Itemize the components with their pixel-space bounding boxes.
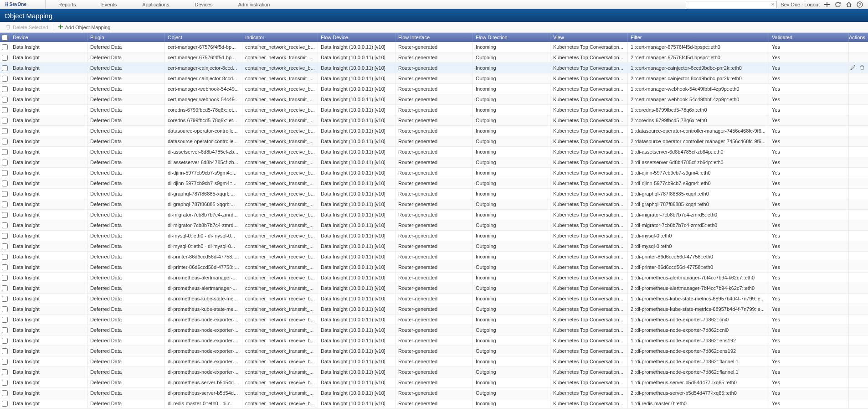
- brand-logo[interactable]: SevOne: [0, 0, 46, 9]
- delete-icon[interactable]: [859, 64, 865, 72]
- row-checkbox[interactable]: [2, 369, 8, 375]
- table-row[interactable]: Data InsightDeferred Datadi-djinn-5977cb…: [0, 178, 868, 189]
- row-checkbox[interactable]: [2, 76, 8, 82]
- table-row[interactable]: Data InsightDeferred Datadi-graphql-787f…: [0, 189, 868, 199]
- help-icon[interactable]: ?: [856, 1, 863, 8]
- row-checkbox[interactable]: [2, 86, 8, 92]
- table-row[interactable]: Data InsightDeferred Datadi-prometheus-n…: [0, 367, 868, 377]
- table-row[interactable]: Data InsightDeferred Datacert-manager-ca…: [0, 73, 868, 84]
- row-checkbox[interactable]: [2, 212, 8, 218]
- header-plugin[interactable]: Plugin: [87, 33, 165, 42]
- table-row[interactable]: Data InsightDeferred Datacert-manager-we…: [0, 94, 868, 105]
- username-link[interactable]: Sev One: [781, 2, 800, 7]
- header-filter[interactable]: Filter: [628, 33, 769, 42]
- row-checkbox[interactable]: [2, 306, 8, 312]
- row-checkbox[interactable]: [2, 181, 8, 186]
- menu-events[interactable]: Events: [89, 0, 130, 9]
- header-object[interactable]: Object: [165, 33, 242, 42]
- refresh-icon[interactable]: [834, 1, 842, 8]
- table-row[interactable]: Data InsightDeferred Datacert-manager-we…: [0, 84, 868, 94]
- table-row[interactable]: Data InsightDeferred Datadi-assetserver-…: [0, 147, 868, 157]
- row-checkbox[interactable]: [2, 390, 8, 396]
- row-checkbox[interactable]: [2, 348, 8, 354]
- row-checkbox[interactable]: [2, 264, 8, 270]
- table-row[interactable]: Data InsightDeferred Datadi-migrator-7cb…: [0, 220, 868, 231]
- clear-search-icon[interactable]: ✕: [771, 2, 775, 7]
- table-row[interactable]: Data InsightDeferred Datadatasource-oper…: [0, 126, 868, 136]
- table-row[interactable]: Data InsightDeferred Datadi-prometheus-n…: [0, 346, 868, 356]
- logout-link[interactable]: Logout: [804, 2, 820, 7]
- row-checkbox[interactable]: [2, 65, 8, 71]
- row-checkbox[interactable]: [2, 160, 8, 165]
- row-checkbox[interactable]: [2, 401, 8, 407]
- search-input[interactable]: [688, 2, 771, 7]
- row-checkbox[interactable]: [2, 243, 8, 249]
- row-checkbox[interactable]: [2, 139, 8, 144]
- row-checkbox[interactable]: [2, 338, 8, 344]
- table-row[interactable]: Data InsightDeferred Datadi-printer-86d6…: [0, 252, 868, 262]
- table-row[interactable]: Data InsightDeferred Datadi-prometheus-a…: [0, 283, 868, 294]
- table-row[interactable]: Data InsightDeferred Datadi-printer-86d6…: [0, 262, 868, 273]
- table-row[interactable]: Data InsightDeferred Datacert-manager-67…: [0, 52, 868, 63]
- table-row[interactable]: Data InsightDeferred Datadi-prometheus-a…: [0, 273, 868, 283]
- table-row[interactable]: Data InsightDeferred Datadi-mysql-0::eth…: [0, 241, 868, 252]
- row-checkbox[interactable]: [2, 149, 8, 155]
- delete-selected-button[interactable]: Delete Selected: [3, 23, 51, 31]
- table-row[interactable]: Data InsightDeferred Datadi-mysql-0::eth…: [0, 231, 868, 241]
- table-row[interactable]: Data InsightDeferred Datadi-prometheus-n…: [0, 325, 868, 335]
- header-view[interactable]: View: [550, 33, 628, 42]
- select-all-checkbox[interactable]: [2, 35, 8, 41]
- row-checkbox[interactable]: [2, 97, 8, 103]
- menu-devices[interactable]: Devices: [182, 0, 226, 9]
- header-flow-interface[interactable]: Flow Interface: [395, 33, 473, 42]
- table-row[interactable]: Data InsightDeferred Datadatasource-oper…: [0, 136, 868, 147]
- table-row[interactable]: Data InsightDeferred Datacert-manager-67…: [0, 42, 868, 52]
- row-checkbox[interactable]: [2, 317, 8, 323]
- row-checkbox[interactable]: [2, 107, 8, 113]
- row-checkbox[interactable]: [2, 233, 8, 239]
- row-checkbox[interactable]: [2, 170, 8, 176]
- row-checkbox[interactable]: [2, 55, 8, 61]
- row-checkbox[interactable]: [2, 201, 8, 207]
- global-search[interactable]: ✕: [686, 1, 777, 8]
- row-checkbox[interactable]: [2, 191, 8, 197]
- menu-applications[interactable]: Applications: [129, 0, 182, 9]
- row-checkbox[interactable]: [2, 222, 8, 228]
- row-checkbox[interactable]: [2, 254, 8, 260]
- row-checkbox[interactable]: [2, 380, 8, 386]
- row-checkbox[interactable]: [2, 285, 8, 291]
- add-object-mapping-button[interactable]: Add Object Mapping: [55, 23, 113, 31]
- header-device[interactable]: Device: [10, 33, 87, 42]
- table-row[interactable]: Data InsightDeferred Datadi-prometheus-k…: [0, 294, 868, 304]
- home-icon[interactable]: [845, 1, 853, 8]
- row-checkbox[interactable]: [2, 359, 8, 365]
- table-row[interactable]: Data InsightDeferred Datadi-prometheus-s…: [0, 388, 868, 398]
- table-row[interactable]: Data InsightDeferred Datadi-prometheus-n…: [0, 315, 868, 325]
- row-checkbox[interactable]: [2, 296, 8, 302]
- table-row[interactable]: Data InsightDeferred Datadi-redis-master…: [0, 398, 868, 409]
- row-checkbox[interactable]: [2, 275, 8, 281]
- table-row[interactable]: Data InsightDeferred Datadi-graphql-787f…: [0, 199, 868, 210]
- table-row[interactable]: Data InsightDeferred Datacert-manager-ca…: [0, 63, 868, 73]
- table-row[interactable]: Data InsightDeferred Datadi-migrator-7cb…: [0, 210, 868, 220]
- header-indicator[interactable]: Indicator: [242, 33, 318, 42]
- table-row[interactable]: Data InsightDeferred Datadi-djinn-5977cb…: [0, 168, 868, 178]
- header-flow-device[interactable]: Flow Device: [318, 33, 395, 42]
- menu-reports[interactable]: Reports: [46, 0, 89, 9]
- table-row[interactable]: Data InsightDeferred Datacoredns-6799fbc…: [0, 115, 868, 126]
- row-checkbox[interactable]: [2, 44, 8, 50]
- header-checkbox[interactable]: [0, 33, 10, 42]
- table-row[interactable]: Data InsightDeferred Datadi-prometheus-k…: [0, 304, 868, 315]
- table-row[interactable]: Data InsightDeferred Datadi-prometheus-n…: [0, 356, 868, 367]
- row-checkbox[interactable]: [2, 118, 8, 124]
- row-checkbox[interactable]: [2, 128, 8, 134]
- header-flow-direction[interactable]: Flow Direction: [473, 33, 550, 42]
- edit-icon[interactable]: [850, 64, 856, 72]
- table-row[interactable]: Data InsightDeferred Datadi-prometheus-s…: [0, 377, 868, 388]
- menu-administration[interactable]: Administration: [226, 0, 283, 9]
- table-row[interactable]: Data InsightDeferred Datacoredns-6799fbc…: [0, 105, 868, 115]
- table-row[interactable]: Data InsightDeferred Datadi-assetserver-…: [0, 157, 868, 168]
- row-checkbox[interactable]: [2, 327, 8, 333]
- table-row[interactable]: Data InsightDeferred Datadi-prometheus-n…: [0, 335, 868, 346]
- add-icon[interactable]: [823, 1, 831, 8]
